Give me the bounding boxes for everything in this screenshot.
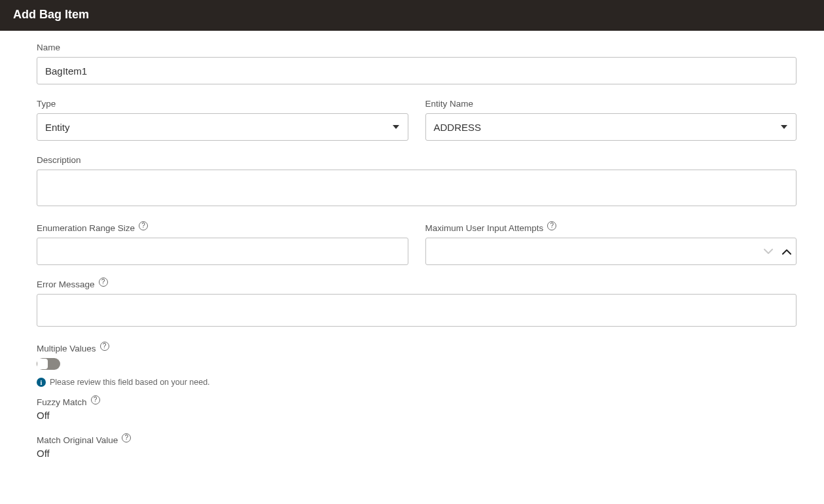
spinner-increment[interactable] — [782, 249, 791, 255]
field-multiple-values: Multiple Values ? Please review this fie… — [37, 344, 797, 387]
field-description: Description — [37, 155, 797, 209]
enum-range-label-text: Enumeration Range Size — [37, 223, 135, 233]
help-icon[interactable]: ? — [122, 433, 131, 442]
field-error-message: Error Message ? — [37, 279, 797, 329]
field-type: Type Entity — [37, 99, 408, 141]
multiple-values-info: Please review this field based on your n… — [37, 378, 797, 387]
match-original-label: Match Original Value ? — [37, 435, 797, 445]
match-original-label-text: Match Original Value — [37, 435, 118, 445]
enum-range-input[interactable] — [37, 238, 408, 265]
error-message-label: Error Message ? — [37, 279, 797, 289]
field-entity-name: Entity Name ADDRESS — [425, 99, 797, 141]
field-match-original: Match Original Value ? Off — [37, 435, 797, 459]
entity-name-select[interactable]: ADDRESS — [425, 113, 797, 141]
error-message-label-text: Error Message — [37, 279, 95, 289]
form-body: Name Type Entity Entity Name ADDRESS — [0, 31, 824, 486]
help-icon[interactable]: ? — [139, 221, 148, 230]
help-icon[interactable]: ? — [100, 342, 109, 351]
help-icon[interactable]: ? — [99, 278, 108, 287]
multiple-values-toggle[interactable] — [37, 358, 60, 370]
fuzzy-match-label: Fuzzy Match ? — [37, 397, 797, 407]
max-attempts-label-text: Maximum User Input Attempts — [425, 223, 544, 233]
type-select-wrap: Entity — [37, 113, 408, 141]
multiple-values-info-text: Please review this field based on your n… — [50, 378, 210, 387]
info-icon — [37, 378, 46, 387]
dialog-header: Add Bag Item — [0, 0, 824, 31]
match-original-value: Off — [37, 448, 797, 459]
dialog-title: Add Bag Item — [13, 8, 811, 22]
name-label: Name — [37, 43, 797, 52]
entity-name-select-wrap: ADDRESS — [425, 113, 797, 141]
help-icon[interactable]: ? — [547, 221, 556, 230]
spinner-decrement[interactable] — [764, 249, 773, 255]
help-icon[interactable]: ? — [91, 395, 100, 405]
field-enum-range: Enumeration Range Size ? — [37, 223, 408, 265]
entity-name-label: Entity Name — [425, 99, 797, 109]
max-attempts-input[interactable] — [425, 238, 797, 265]
field-name: Name — [37, 43, 797, 84]
fuzzy-match-value: Off — [37, 410, 797, 421]
field-max-attempts: Maximum User Input Attempts ? — [425, 223, 797, 265]
max-attempts-label: Maximum User Input Attempts ? — [425, 223, 797, 233]
enum-range-label: Enumeration Range Size ? — [37, 223, 408, 233]
multiple-values-label-text: Multiple Values — [37, 344, 96, 353]
multiple-values-label: Multiple Values ? — [37, 344, 797, 353]
fuzzy-match-label-text: Fuzzy Match — [37, 397, 87, 407]
error-message-input[interactable] — [37, 294, 797, 327]
toggle-knob — [37, 359, 48, 369]
max-attempts-spinner — [425, 238, 797, 265]
row-type-entity: Type Entity Entity Name ADDRESS — [37, 99, 797, 141]
row-enum-max: Enumeration Range Size ? Maximum User In… — [37, 223, 797, 265]
type-select-value: Entity — [45, 122, 70, 133]
name-input[interactable] — [37, 57, 797, 84]
description-label: Description — [37, 155, 797, 165]
spinner-arrows — [764, 238, 791, 265]
field-fuzzy-match: Fuzzy Match ? Off — [37, 397, 797, 421]
entity-name-select-value: ADDRESS — [434, 122, 482, 133]
description-input[interactable] — [37, 170, 797, 206]
type-label: Type — [37, 99, 408, 109]
type-select[interactable]: Entity — [37, 113, 408, 141]
